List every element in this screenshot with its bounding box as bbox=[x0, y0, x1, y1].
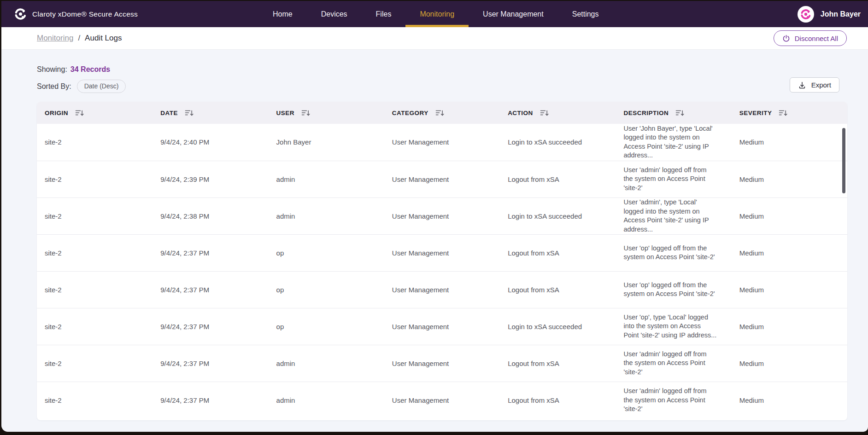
cell-user: op bbox=[269, 271, 384, 308]
filter-sort-icon[interactable] bbox=[540, 110, 549, 116]
cell-user: admin bbox=[269, 197, 384, 234]
filter-sort-icon[interactable] bbox=[435, 110, 444, 116]
table-row[interactable]: site-2 9/4/24, 2:37 PM admin User Manage… bbox=[37, 382, 847, 418]
cell-origin: site-2 bbox=[37, 308, 152, 345]
filter-sort-icon[interactable] bbox=[185, 110, 194, 116]
cell-user: op bbox=[269, 234, 384, 271]
nav-item-home[interactable]: Home bbox=[258, 1, 307, 27]
table-row[interactable]: site-2 9/4/24, 2:40 PM John Bayer User M… bbox=[37, 124, 847, 161]
cell-action: Login to xSA succeeded bbox=[500, 308, 616, 345]
export-button[interactable]: Export bbox=[790, 77, 839, 93]
filter-sort-icon[interactable] bbox=[779, 110, 787, 116]
records-count: 34 Records bbox=[70, 65, 110, 73]
disconnect-all-button[interactable]: Disconnect All bbox=[774, 30, 847, 46]
cell-severity: Medium bbox=[732, 234, 847, 271]
cell-description: User 'op', type 'Local' logged into the … bbox=[616, 308, 731, 345]
cell-date: 9/4/24, 2:39 PM bbox=[152, 161, 268, 197]
nav-item-files[interactable]: Files bbox=[362, 1, 406, 27]
table-row[interactable]: site-2 9/4/24, 2:39 PM admin User Manage… bbox=[37, 161, 847, 197]
cell-action: Logout from xSA bbox=[500, 271, 616, 308]
cell-origin: site-2 bbox=[37, 197, 152, 234]
user-menu[interactable]: John Bayer bbox=[798, 1, 861, 27]
brand-title: Claroty xDome® Secure Access bbox=[32, 10, 138, 18]
power-icon bbox=[782, 35, 790, 42]
user-avatar[interactable] bbox=[798, 6, 814, 23]
cell-severity: Medium bbox=[732, 308, 847, 345]
filter-sort-icon[interactable] bbox=[675, 110, 684, 116]
column-header-date[interactable]: DATE bbox=[152, 102, 268, 124]
cell-severity: Medium bbox=[732, 124, 847, 161]
breadcrumb-current: Audit Logs bbox=[85, 34, 122, 43]
app-window: Claroty xDome® Secure Access Home Device… bbox=[1, 1, 868, 432]
cell-severity: Medium bbox=[732, 345, 847, 382]
avatar-claroty-logo-icon bbox=[800, 9, 811, 20]
cell-severity: Medium bbox=[732, 271, 847, 308]
cell-user: admin bbox=[269, 345, 384, 382]
cell-description: User 'admin' logged off from the system … bbox=[616, 345, 731, 382]
cell-date: 9/4/24, 2:40 PM bbox=[152, 124, 268, 161]
column-header-user[interactable]: USER bbox=[269, 102, 384, 124]
cell-action: Login to xSA succeeded bbox=[500, 124, 616, 161]
breadcrumb-separator: / bbox=[78, 34, 80, 43]
breadcrumb-bar: Monitoring / Audit Logs Disconnect All bbox=[1, 27, 868, 50]
filter-sort-icon[interactable] bbox=[75, 110, 84, 116]
cell-severity: Medium bbox=[732, 197, 847, 234]
cell-action: Logout from xSA bbox=[500, 345, 616, 382]
cell-severity: Medium bbox=[732, 161, 847, 197]
nav-item-user-management[interactable]: User Management bbox=[469, 1, 558, 27]
cell-action: Logout from xSA bbox=[500, 382, 616, 418]
cell-date: 9/4/24, 2:37 PM bbox=[152, 308, 268, 345]
cell-date: 9/4/24, 2:37 PM bbox=[152, 345, 268, 382]
column-header-action[interactable]: ACTION bbox=[500, 102, 616, 124]
cell-user: admin bbox=[269, 161, 384, 197]
content-area: Showing:34 Records Sorted By: Date (Desc… bbox=[1, 50, 868, 420]
table-row[interactable]: site-2 9/4/24, 2:37 PM admin User Manage… bbox=[37, 345, 847, 382]
cell-category: User Management bbox=[384, 271, 500, 308]
brand: Claroty xDome® Secure Access bbox=[14, 1, 138, 27]
table-row[interactable]: site-2 9/4/24, 2:37 PM op User Managemen… bbox=[37, 271, 847, 308]
nav-item-settings[interactable]: Settings bbox=[558, 1, 613, 27]
cell-origin: site-2 bbox=[37, 161, 152, 197]
cell-origin: site-2 bbox=[37, 345, 152, 382]
sort-chip[interactable]: Date (Desc) bbox=[77, 80, 126, 93]
cell-action: Logout from xSA bbox=[500, 161, 616, 197]
cell-description: User 'admin' logged off from the system … bbox=[616, 161, 731, 197]
table-row[interactable]: site-2 9/4/24, 2:37 PM op User Managemen… bbox=[37, 308, 847, 345]
top-nav: Claroty xDome® Secure Access Home Device… bbox=[1, 1, 868, 27]
cell-category: User Management bbox=[384, 345, 500, 382]
sorted-by-row: Sorted By: Date (Desc) bbox=[37, 80, 846, 93]
cell-category: User Management bbox=[384, 124, 500, 161]
cell-origin: site-2 bbox=[37, 271, 152, 308]
cell-user: admin bbox=[269, 382, 384, 418]
cell-origin: site-2 bbox=[37, 382, 152, 418]
nav-item-devices[interactable]: Devices bbox=[307, 1, 362, 27]
breadcrumb-link-monitoring[interactable]: Monitoring bbox=[37, 34, 73, 43]
cell-date: 9/4/24, 2:37 PM bbox=[152, 382, 268, 418]
user-name: John Bayer bbox=[821, 10, 861, 18]
table-row[interactable]: site-2 9/4/24, 2:37 PM op User Managemen… bbox=[37, 234, 847, 271]
audit-logs-table: ORIGIN DATE USER CATEGORY ACTION DESCRIP… bbox=[37, 102, 847, 418]
cell-description: User 'admin', type 'Local' logged into t… bbox=[616, 197, 731, 234]
cell-category: User Management bbox=[384, 308, 500, 345]
cell-date: 9/4/24, 2:37 PM bbox=[152, 234, 268, 271]
cell-description: User 'op' logged off from the system on … bbox=[616, 271, 731, 308]
table-scrollbar-thumb[interactable] bbox=[842, 128, 845, 193]
column-header-origin[interactable]: ORIGIN bbox=[37, 102, 152, 124]
cell-category: User Management bbox=[384, 161, 500, 197]
cell-origin: site-2 bbox=[37, 124, 152, 161]
column-header-severity[interactable]: SEVERITY bbox=[732, 102, 847, 124]
table-row[interactable]: site-2 9/4/24, 2:38 PM admin User Manage… bbox=[37, 197, 847, 234]
cell-user: op bbox=[269, 308, 384, 345]
column-header-category[interactable]: CATEGORY bbox=[384, 102, 500, 124]
audit-logs-table-card: ORIGIN DATE USER CATEGORY ACTION DESCRIP… bbox=[37, 102, 847, 420]
nav-item-monitoring[interactable]: Monitoring bbox=[405, 1, 469, 27]
cell-action: Logout from xSA bbox=[500, 234, 616, 271]
cell-category: User Management bbox=[384, 234, 500, 271]
cell-category: User Management bbox=[384, 382, 500, 418]
cell-description: User 'John Bayer', type 'Local' logged i… bbox=[616, 124, 731, 161]
cell-date: 9/4/24, 2:38 PM bbox=[152, 197, 268, 234]
cell-action: Login to xSA succeeded bbox=[500, 197, 616, 234]
download-icon bbox=[798, 81, 806, 89]
column-header-description[interactable]: DESCRIPTION bbox=[616, 102, 731, 124]
filter-sort-icon[interactable] bbox=[301, 110, 310, 116]
